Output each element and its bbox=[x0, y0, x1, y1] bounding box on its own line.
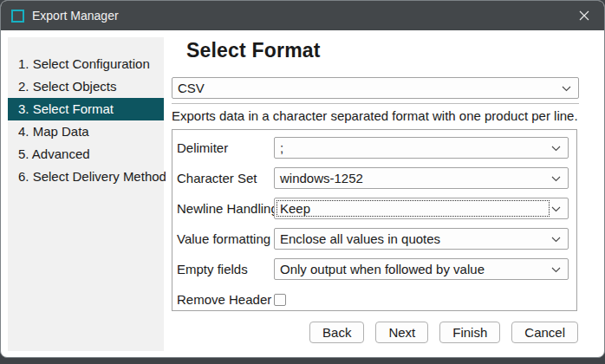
form-row-newline-handling: Newline Handling Keep bbox=[177, 193, 569, 224]
format-select-value: CSV bbox=[178, 81, 205, 95]
delimiter-select[interactable]: ; bbox=[274, 137, 569, 159]
export-manager-dialog: Export Manager 1. Select Configuration 2… bbox=[0, 0, 605, 358]
format-options-group: Delimiter ; Character Set windows-1252 N… bbox=[172, 129, 577, 311]
dialog-footer: Back Next Finish Cancel bbox=[309, 322, 578, 343]
delimiter-select-value: ; bbox=[280, 140, 283, 155]
remove-header-label: Remove Header bbox=[177, 292, 274, 307]
newline-handling-label: Newline Handling bbox=[177, 201, 274, 216]
format-select[interactable]: CSV bbox=[172, 77, 579, 99]
empty-fields-select-value: Only output when followed by value bbox=[280, 262, 485, 276]
chevron-down-icon bbox=[562, 86, 571, 92]
character-set-select-value: windows-1252 bbox=[280, 171, 363, 185]
chevron-down-icon bbox=[551, 267, 561, 273]
chevron-down-icon bbox=[551, 176, 561, 182]
back-button[interactable]: Back bbox=[309, 322, 364, 343]
sidebar-item-advanced[interactable]: 5. Advanced bbox=[8, 143, 164, 166]
chevron-down-icon bbox=[551, 237, 561, 243]
sidebar-item-select-configuration[interactable]: 1. Select Configuration bbox=[8, 53, 164, 75]
format-description: Exports data in a character separated fo… bbox=[172, 108, 586, 123]
finish-button[interactable]: Finish bbox=[439, 322, 500, 343]
sidebar-item-select-format[interactable]: 3. Select Format bbox=[8, 98, 164, 120]
titlebar[interactable]: Export Manager bbox=[1, 1, 604, 30]
remove-header-checkbox[interactable] bbox=[274, 294, 286, 306]
empty-fields-select[interactable]: Only output when followed by value bbox=[274, 258, 569, 280]
form-row-delimiter: Delimiter ; bbox=[177, 133, 569, 163]
form-row-value-formatting: Value formatting Enclose all values in q… bbox=[177, 224, 569, 254]
next-button[interactable]: Next bbox=[375, 322, 428, 343]
form-row-character-set: Character Set windows-1252 bbox=[177, 163, 569, 193]
close-icon bbox=[579, 10, 589, 21]
main-panel: Select Format CSV Exports data in a char… bbox=[166, 30, 603, 351]
focus-ring bbox=[276, 200, 550, 217]
chevron-down-icon bbox=[551, 146, 561, 152]
form-row-remove-header: Remove Header bbox=[177, 284, 569, 315]
value-formatting-select-value: Enclose all values in quotes bbox=[280, 231, 440, 246]
value-formatting-label: Value formatting bbox=[177, 231, 274, 246]
sidebar-item-map-data[interactable]: 4. Map Data bbox=[8, 120, 164, 143]
window-title: Export Manager bbox=[32, 9, 564, 23]
sidebar-item-select-delivery-method[interactable]: 6. Select Delivery Method bbox=[8, 166, 164, 188]
value-formatting-select[interactable]: Enclose all values in quotes bbox=[274, 228, 569, 250]
close-button[interactable] bbox=[564, 1, 604, 30]
cancel-button[interactable]: Cancel bbox=[511, 322, 578, 343]
app-icon bbox=[11, 10, 24, 23]
newline-handling-select[interactable]: Keep bbox=[274, 198, 569, 219]
empty-fields-label: Empty fields bbox=[177, 262, 274, 276]
character-set-select[interactable]: windows-1252 bbox=[274, 167, 569, 189]
character-set-label: Character Set bbox=[177, 171, 274, 185]
sidebar-item-select-objects[interactable]: 2. Select Objects bbox=[8, 75, 164, 98]
newline-handling-select-value: Keep bbox=[280, 201, 310, 216]
page-title: Select Format bbox=[186, 39, 321, 62]
form-row-empty-fields: Empty fields Only output when followed b… bbox=[177, 254, 569, 284]
chevron-down-icon bbox=[551, 206, 561, 212]
divider bbox=[172, 103, 579, 104]
wizard-steps-sidebar: 1. Select Configuration 2. Select Object… bbox=[8, 37, 164, 351]
delimiter-label: Delimiter bbox=[177, 140, 274, 155]
